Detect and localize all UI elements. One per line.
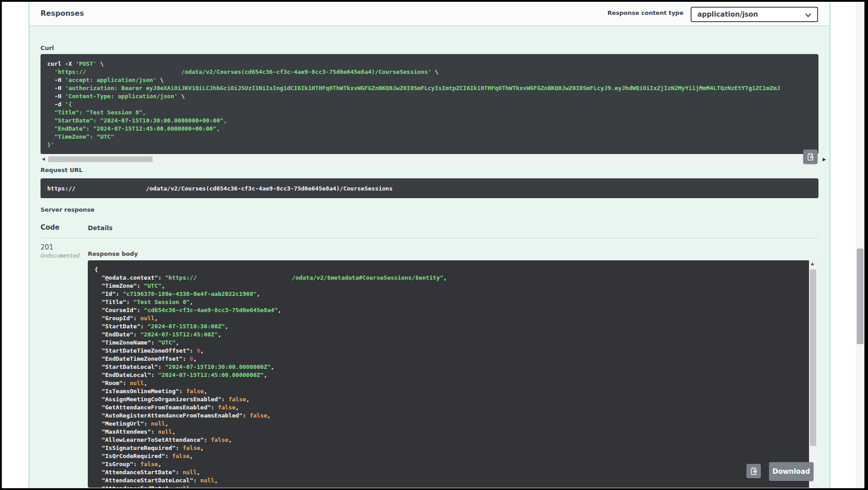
- undocumented-label: Undocumented: [41, 253, 80, 259]
- response-body-json: { "@odata.context": "https:// /odata/v2/…: [88, 260, 809, 488]
- browser-scrollbar-thumb[interactable]: [857, 249, 863, 344]
- server-response-label: Server response: [41, 206, 95, 213]
- status-code: 201: [41, 243, 54, 251]
- table-divider: [41, 238, 818, 238]
- responses-section-header: Responses Response content type applicat…: [29, 2, 830, 26]
- clipboard-copy-icon: [750, 467, 758, 475]
- browser-scrollbar[interactable]: [856, 2, 864, 488]
- details-column-header: Details: [88, 224, 113, 231]
- scroll-right-icon[interactable]: ▶: [823, 156, 826, 162]
- request-url-value: https:// /odata/v2/Courses(cd654c36-cf3c…: [41, 178, 818, 198]
- responses-opblock: Responses Response content type applicat…: [29, 2, 830, 488]
- response-body-block: { "@odata.context": "https:// /odata/v2/…: [88, 260, 817, 488]
- response-body-label: Response body: [88, 250, 138, 257]
- response-scrollbar-thumb[interactable]: [810, 269, 816, 446]
- scroll-left-icon[interactable]: ◀: [42, 156, 45, 162]
- response-copy-button[interactable]: [746, 464, 761, 478]
- response-body-scrollbar[interactable]: ▲: [809, 260, 817, 488]
- response-content-type-select[interactable]: application/json: [691, 7, 818, 22]
- responses-title: Responses: [41, 9, 84, 18]
- chevron-down-icon: [805, 13, 811, 18]
- clipboard-copy-icon: [806, 153, 814, 161]
- request-url-label: Request URL: [41, 167, 83, 173]
- curl-horizontal-scrollbar[interactable]: ◀: [41, 156, 818, 162]
- curl-label: Curl: [41, 45, 54, 51]
- swagger-page: Responses Response content type applicat…: [2, 2, 856, 488]
- scroll-up-icon[interactable]: ▲: [811, 261, 814, 266]
- response-content-type-label: Response content type: [607, 9, 683, 16]
- download-button[interactable]: Download: [769, 462, 814, 481]
- curl-copy-button[interactable]: [803, 150, 818, 164]
- code-column-header: Code: [41, 223, 59, 231]
- response-content-type-value: application/json: [697, 10, 758, 18]
- curl-scrollbar-thumb[interactable]: [48, 156, 153, 162]
- curl-code-block: curl -X 'POST' \ 'https:// /odata/v2/Cou…: [41, 54, 818, 154]
